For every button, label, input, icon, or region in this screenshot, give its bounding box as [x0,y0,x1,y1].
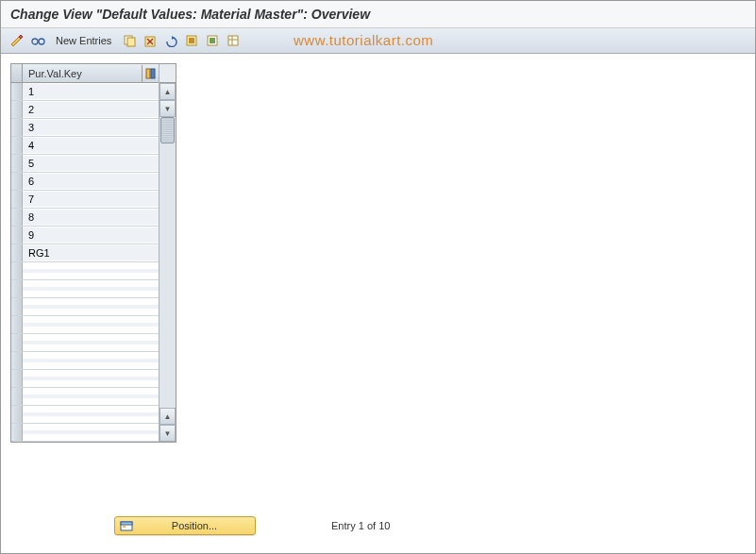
table-row: 8 [11,209,159,227]
cell[interactable] [23,323,159,327]
table-body: 1 2 3 4 5 6 7 8 9 RG1 [11,83,159,442]
cell[interactable] [23,395,159,398]
delete-icon[interactable] [142,32,159,49]
svg-rect-4 [127,38,135,46]
page-title: Change View "Default Values: Material Ma… [10,7,370,22]
row-selector[interactable] [11,173,23,190]
select-all-icon[interactable] [183,32,200,49]
cell[interactable]: 5 [23,156,159,171]
cell[interactable]: 9 [23,227,159,243]
cell[interactable]: 1 [23,84,159,99]
cell[interactable] [23,430,159,434]
table-header: Pur.Val.Key [11,64,159,83]
table-row [11,334,159,352]
row-selector[interactable] [11,262,23,279]
table-row: 9 [11,227,159,244]
table-row: 2 [11,101,159,119]
position-icon [119,518,134,533]
svg-point-0 [32,39,38,44]
svg-rect-12 [228,36,238,45]
table-main: Pur.Val.Key 1 2 3 4 5 6 7 8 9 RG1 [11,64,159,442]
row-selector[interactable] [11,424,23,441]
table-row: 5 [11,155,159,173]
scroll-thumb[interactable] [160,117,175,143]
deselect-all-icon[interactable] [204,32,221,49]
svg-rect-18 [121,522,132,525]
cell[interactable]: 8 [23,210,159,225]
row-selector[interactable] [11,244,23,261]
table-row: 7 [11,191,159,209]
row-selector-header[interactable] [11,64,23,82]
scroll-up-icon[interactable]: ▲ [160,83,176,100]
toolbar: New Entries www.tutorialkart.com [1,28,755,54]
cell[interactable] [23,341,159,344]
copy-icon[interactable] [121,32,138,49]
row-selector[interactable] [11,119,23,136]
table-row: 6 [11,173,159,191]
table-settings-icon[interactable] [225,32,242,49]
cell[interactable] [23,412,159,416]
row-selector[interactable] [11,101,23,118]
row-selector[interactable] [11,191,23,208]
svg-rect-15 [146,69,150,78]
row-selector[interactable] [11,388,23,405]
row-selector[interactable] [11,137,23,154]
cell[interactable] [23,377,159,380]
table-row: 1 [11,83,159,101]
vertical-scrollbar[interactable]: ▲ ▼ ▲ ▼ [159,64,176,442]
table-row [11,406,159,424]
content-area: Pur.Val.Key 1 2 3 4 5 6 7 8 9 RG1 [1,54,755,549]
new-entries-button[interactable]: New Entries [50,33,117,48]
scroll-track[interactable] [160,117,176,408]
glasses-icon[interactable] [29,32,46,49]
cell[interactable] [23,269,159,273]
row-selector[interactable] [11,352,23,369]
undo-icon[interactable] [162,32,179,49]
svg-point-1 [39,39,44,44]
row-selector[interactable] [11,406,23,423]
table-row [11,388,159,406]
row-selector[interactable] [11,298,23,315]
row-selector[interactable] [11,316,23,333]
table-row [11,280,159,298]
cell[interactable]: 7 [23,192,159,207]
table-row: 3 [11,119,159,137]
table-row: 4 [11,137,159,155]
watermark-text: www.tutorialkart.com [294,32,433,48]
table-row [11,262,159,280]
entry-status: Entry 1 of 10 [331,520,390,531]
row-selector[interactable] [11,227,23,243]
table-container: Pur.Val.Key 1 2 3 4 5 6 7 8 9 RG1 [10,63,176,443]
cell[interactable]: 6 [23,174,159,189]
scroll-up2-icon[interactable]: ▲ [160,408,176,425]
svg-rect-9 [189,38,194,43]
table-row [11,298,159,316]
cell[interactable] [23,359,159,362]
cell[interactable]: 2 [23,102,159,117]
table-row [11,352,159,370]
table-row [11,370,159,388]
row-selector[interactable] [11,280,23,297]
scroll-down2-icon[interactable]: ▼ [160,425,176,442]
cell[interactable]: RG1 [23,245,159,260]
svg-rect-19 [123,526,126,528]
row-selector[interactable] [11,370,23,387]
toggle-edit-icon[interactable] [8,32,25,49]
row-selector[interactable] [11,209,23,226]
col-settings-spacer [160,64,176,83]
column-config-icon[interactable] [142,65,159,82]
table-row: RG1 [11,244,159,262]
row-selector[interactable] [11,83,23,100]
scroll-down-icon[interactable]: ▼ [160,100,176,117]
table-row [11,424,159,442]
row-selector[interactable] [11,155,23,172]
position-button[interactable]: Position... [114,516,256,535]
cell[interactable]: 3 [23,120,159,135]
row-selector[interactable] [11,334,23,351]
footer: Position... Entry 1 of 10 [114,516,390,535]
cell[interactable]: 4 [23,138,159,153]
column-header[interactable]: Pur.Val.Key [23,66,142,81]
title-bar: Change View "Default Values: Material Ma… [1,1,755,28]
cell[interactable] [23,305,159,309]
cell[interactable] [23,287,159,291]
